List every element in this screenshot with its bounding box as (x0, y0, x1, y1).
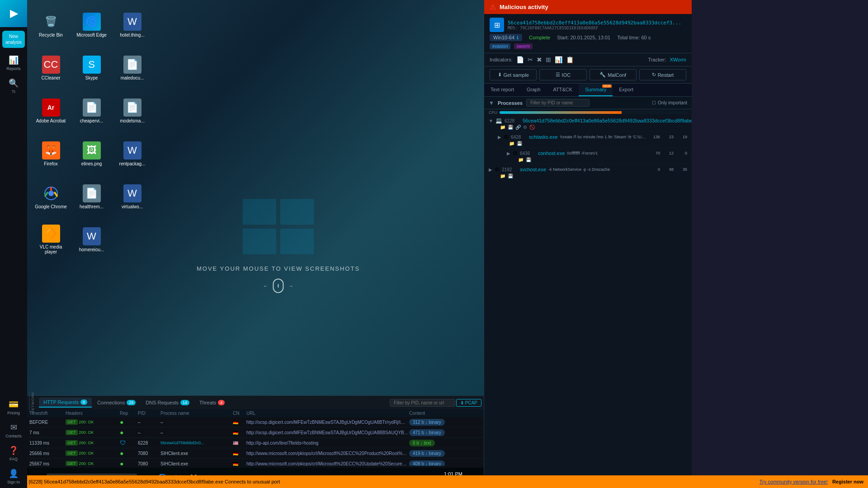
sidebar-label-faq: FAQ (9, 457, 18, 461)
only-important-toggle[interactable]: ☐ Only important (652, 100, 687, 105)
svg-rect-6 (280, 199, 314, 225)
mouse-navigation: ← → (263, 279, 293, 293)
indicator-copy-icon[interactable]: 📋 (566, 56, 574, 63)
community-link[interactable]: Try community version for free! (760, 479, 828, 484)
network-filter-input[interactable] (390, 399, 455, 407)
proc-sub-icon-3[interactable]: 🔗 (515, 125, 521, 130)
proc-name-6228[interactable]: 56cea41d758ebbd2c0eff413a0e86a5e55628d94… (523, 118, 692, 123)
proc-sub-icon-4[interactable]: ⚙ (523, 125, 527, 130)
desktop-icon-cheapervi[interactable]: 📄 cheapervi... (72, 90, 111, 131)
proc-icon-6428: ⚙ (504, 134, 509, 140)
process-filter-input[interactable] (526, 99, 590, 107)
tab-summary[interactable]: Summary OCR (579, 84, 613, 96)
restart-button[interactable]: ↻ Restart (639, 69, 686, 80)
desktop-icon-maledocu[interactable]: 📄 maledocu... (113, 47, 151, 88)
proc-sub-6428: 📁 💾 (498, 141, 687, 146)
tab-graph[interactable]: Graph (520, 84, 547, 96)
table-row[interactable]: 25667 ms GET 200: OK ● 7080 SIHClient.ex… (27, 459, 484, 466)
svg-point-1 (48, 191, 54, 196)
tab-text-report[interactable]: Text report (484, 84, 520, 96)
malconf-button[interactable]: 🔧 MalConf (590, 69, 637, 80)
table-row[interactable]: 11339 ms GET 200: OK 🛡 6228 56cea41d758e… (27, 438, 484, 448)
cpu-bar-fill (500, 111, 622, 114)
desktop-icon-hotel[interactable]: W hotel.thing... (113, 5, 151, 45)
desktop-icon-virtualws[interactable]: W virtualws... (113, 176, 151, 217)
sidebar-item-pricing[interactable]: 💳 Pricing (0, 396, 27, 419)
status-bar: Warning [6228] 56cea41d758ebbd2c0eff413a… (0, 475, 868, 488)
proc-sub-icon-5[interactable]: 🚫 (529, 125, 535, 130)
proc-name-6436[interactable]: conhost.exe (538, 150, 565, 156)
sidebar: ▶ New analysis 📊 Reports 🔍 TI 💳 Pricing … (0, 0, 27, 488)
desktop-icon-acrobat[interactable]: Ar Adobe Acrobat (32, 90, 70, 131)
sample-tags: evasion xworm (490, 43, 686, 49)
sample-info: ⊞ 56cea41d758ebbd2c0eff413a0e86a5e55628d… (484, 14, 692, 53)
desktop-icon-rentpackag[interactable]: W rentpackag... (113, 133, 151, 174)
proc-sub-icon-6436-1[interactable]: 📁 (518, 157, 524, 162)
desktop-icon-edge[interactable]: 🌀 Microsoft Edge (72, 5, 111, 45)
indicator-chart-icon[interactable]: 📊 (555, 56, 562, 63)
logo-icon: ▶ (10, 8, 18, 19)
proc-sub-icon-2[interactable]: 💾 (508, 125, 513, 130)
download-icon: ⬇ (498, 72, 502, 78)
sidebar-item-contacts[interactable]: ✉ Contacts (0, 419, 27, 442)
network-table-header: Timeshift Headers Rep PID Process name C… (27, 409, 484, 417)
desktop-icon-recycle-bin[interactable]: 🗑️ Recycle Bin (32, 5, 70, 45)
table-row[interactable]: 7 ms GET 200: OK ● – – 🇩🇪 http://ocsp.di… (27, 427, 484, 438)
ioc-icon: ☰ (556, 72, 560, 78)
sidebar-item-faq[interactable]: ❓ FAQ (0, 442, 27, 465)
proc-sub-icon-6428-1[interactable]: 📁 (509, 141, 514, 146)
process-item-2192: ▶ ⚙ 2192 svchost.exe -k NetworkService -… (484, 164, 692, 181)
status-message: [6228] 56cea41d758ebbd2c0eff413a0e86a5e5… (29, 479, 755, 484)
action-buttons: ⬇ Get sample ☰ IOC 🔧 MalConf ↻ Restart (484, 66, 692, 84)
new-analysis-button[interactable]: New analysis (2, 31, 25, 48)
indicator-cross-icon[interactable]: ✖ (537, 56, 542, 63)
proc-sub-icon-6428-2[interactable]: 💾 (517, 141, 522, 146)
proc-sub-icon-1[interactable]: 📁 (500, 125, 505, 130)
tab-connections[interactable]: Connections 29 (93, 398, 140, 407)
proc-sub-2192: 📁 💾 (489, 174, 687, 178)
proc-sub-icon-6436-2[interactable]: 💾 (526, 157, 531, 162)
proc-name-2192[interactable]: svchost.exe (520, 167, 546, 172)
proc-expand-6428[interactable]: ▶ (498, 135, 501, 140)
indicator-scissors-icon[interactable]: ✂ (528, 56, 533, 63)
tab-export[interactable]: Export (613, 84, 640, 96)
signin-icon: 👤 (9, 469, 19, 479)
sidebar-logo[interactable]: ▶ (0, 0, 27, 27)
indicator-grid-icon[interactable]: ⊞ (546, 56, 551, 63)
desktop-icon-ccleaner[interactable]: CC CCleaner (32, 47, 70, 88)
processes-expand-icon[interactable]: ▼ (489, 100, 494, 106)
proc-expand-2192[interactable]: ▶ (489, 167, 492, 172)
proc-sub-icon-2192-1[interactable]: 📁 (500, 174, 505, 178)
pcap-button[interactable]: ⬇ PCAP (456, 399, 481, 407)
register-button[interactable]: Register now (832, 479, 863, 484)
desktop-icon-healthrem[interactable]: 📄 healthrem... (72, 176, 111, 217)
desktop-icon-vlc[interactable]: 🔶 VLC media player (32, 219, 70, 260)
sidebar-item-signin[interactable]: 👤 Sign In (0, 465, 27, 488)
desktop-icon-skype[interactable]: S Skype (72, 47, 111, 88)
desktop-icon-modelsma[interactable]: 📄 modelsma... (113, 90, 151, 131)
os-badge: Win10-64 ℹ (490, 34, 522, 41)
desktop-icon-elinespng[interactable]: 🖼 elines.png (72, 133, 111, 174)
activity-title: Malicious activity (500, 4, 548, 10)
network-tabs: NETWORK HTTP Requests 6 Connections 29 D… (27, 396, 484, 409)
proc-expand-6228[interactable]: ▼ (489, 118, 493, 123)
proc-expand-6436[interactable]: ▶ (507, 151, 510, 156)
tracker-link[interactable]: XWorm (670, 57, 686, 62)
desktop-icon-firefox[interactable]: 🦊 Firefox (32, 133, 70, 174)
proc-name-6428[interactable]: schtasks.exe (529, 134, 558, 140)
sidebar-item-ti[interactable]: 🔍 TI (0, 75, 27, 98)
desktop-icon-homereiou[interactable]: W homereiou... (72, 219, 111, 260)
table-row[interactable]: BEFORE GET 200: OK ● – – 🇩🇪 http://ocsp.… (27, 417, 484, 427)
tab-attck[interactable]: ATT&CK (547, 84, 579, 96)
cpu-bar-track (500, 111, 687, 114)
tab-http-requests[interactable]: HTTP Requests 6 (39, 398, 92, 408)
ioc-button[interactable]: ☰ IOC (539, 69, 586, 80)
proc-sub-icon-2192-2[interactable]: 💾 (508, 174, 513, 178)
indicator-doc-icon[interactable]: 📄 (516, 56, 524, 63)
tab-dns-requests[interactable]: DNS Requests 14 (141, 398, 194, 407)
table-row[interactable]: 25666 ms GET 200: OK ● 7080 SIHClient.ex… (27, 448, 484, 459)
get-sample-button[interactable]: ⬇ Get sample (490, 69, 537, 80)
desktop-icon-chrome[interactable]: Google Chrome (32, 176, 70, 217)
tab-threats[interactable]: Threats 4 (195, 398, 229, 407)
sidebar-item-reports[interactable]: 📊 Reports (0, 52, 27, 75)
